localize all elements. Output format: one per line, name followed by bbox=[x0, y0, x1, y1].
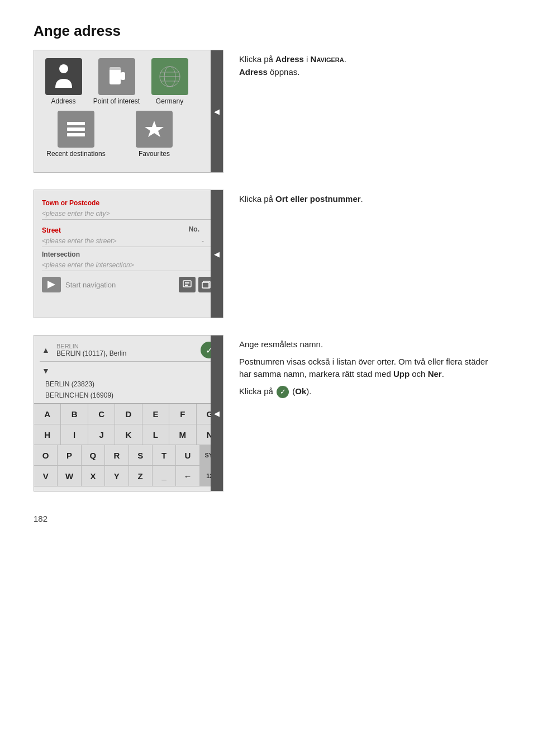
desc3-line1: Ange resmålets namn. bbox=[239, 338, 499, 351]
key-P[interactable]: P bbox=[58, 445, 81, 465]
svg-point-0 bbox=[59, 64, 68, 73]
nav-menu: Address Point of interest bbox=[34, 50, 223, 111]
address-form-block: Town or Postcode <please enter the city>… bbox=[34, 190, 223, 318]
poi-icon bbox=[98, 58, 135, 95]
key-T[interactable]: T bbox=[153, 445, 176, 465]
nav-item-address[interactable]: Address bbox=[40, 58, 87, 105]
city-other-2[interactable]: BERLINCHEN (16909) bbox=[40, 390, 217, 401]
svg-rect-2 bbox=[121, 72, 125, 80]
down-arrow[interactable]: ▼ bbox=[40, 365, 52, 377]
key-J[interactable]: J bbox=[88, 424, 115, 445]
town-input-row[interactable]: <please enter the city> bbox=[42, 208, 215, 220]
key-I[interactable]: I bbox=[61, 424, 88, 445]
start-nav-btn[interactable] bbox=[42, 277, 61, 292]
key-W[interactable]: W bbox=[58, 466, 81, 486]
key-D[interactable]: D bbox=[115, 404, 142, 424]
row-3: ▲ BERLIN BERLIN (10117), Berlin ✓ ▼ bbox=[34, 335, 499, 492]
up-arrow[interactable]: ▲ bbox=[40, 344, 52, 356]
city-row-selected[interactable]: ▲ BERLIN BERLIN (10117), Berlin ✓ bbox=[40, 340, 217, 360]
desc1-bold: Adress bbox=[275, 54, 304, 64]
svg-rect-11 bbox=[67, 133, 85, 136]
city-row-down[interactable]: ▼ bbox=[40, 363, 217, 379]
navigate-menu-block: Address Point of interest bbox=[34, 50, 223, 173]
page-title: Ange adress bbox=[34, 22, 499, 40]
key-E[interactable]: E bbox=[142, 404, 169, 424]
recent-icon bbox=[58, 111, 94, 148]
no-label: No. bbox=[189, 225, 199, 233]
city-other-1[interactable]: BERLIN (23823) bbox=[40, 379, 217, 390]
nav-item-germany[interactable]: Germany bbox=[146, 58, 193, 105]
key-X[interactable]: X bbox=[82, 466, 105, 486]
desc1-text: Klicka på Adress i Navigera. Adress öppn… bbox=[239, 53, 499, 78]
key-Q[interactable]: Q bbox=[82, 445, 105, 465]
key-S[interactable]: S bbox=[129, 445, 153, 465]
town-label: Town or Postcode bbox=[42, 199, 215, 207]
key-U[interactable]: U bbox=[176, 445, 199, 465]
key-R[interactable]: R bbox=[105, 445, 129, 465]
svg-rect-1 bbox=[110, 69, 121, 84]
key-F[interactable]: F bbox=[169, 404, 196, 424]
selected-city-name: BERLIN (10117), bbox=[56, 349, 107, 357]
key-O[interactable]: O bbox=[34, 445, 58, 465]
nav-item-poi[interactable]: Point of interest bbox=[93, 58, 140, 105]
street-label: Street bbox=[42, 226, 189, 234]
favourites-icon bbox=[136, 111, 173, 148]
key-K[interactable]: K bbox=[115, 424, 142, 445]
key-backspace[interactable]: ← bbox=[176, 466, 199, 486]
desc3-ok: Klicka på ✓ (Ok). bbox=[239, 385, 499, 398]
svg-marker-13 bbox=[47, 281, 55, 289]
kb-row-2: H I J K L M N bbox=[34, 424, 223, 445]
description-1: Klicka på Adress i Navigera. Adress öppn… bbox=[239, 50, 499, 78]
description-3: Ange resmålets namn. Postnumren visas oc… bbox=[239, 335, 499, 398]
start-nav-label: Start navigation bbox=[65, 281, 174, 289]
key-H[interactable]: H bbox=[34, 424, 61, 445]
form-bottom-row: Start navigation bbox=[42, 277, 215, 292]
key-Y[interactable]: Y bbox=[105, 466, 129, 486]
address-icon bbox=[45, 58, 82, 95]
key-V[interactable]: V bbox=[34, 466, 58, 486]
ok-icon: ✓ bbox=[277, 386, 289, 398]
key-M[interactable]: M bbox=[169, 424, 196, 445]
desc2-text: Klicka på Ort eller postnummer. bbox=[239, 193, 499, 206]
description-2: Klicka på Ort eller postnummer. bbox=[239, 190, 499, 206]
svg-rect-14 bbox=[183, 281, 191, 287]
desc1-nav: Navigera bbox=[311, 54, 344, 64]
street-input-row[interactable]: <please enter the street> - bbox=[42, 235, 215, 247]
key-B[interactable]: B bbox=[61, 404, 88, 424]
key-L[interactable]: L bbox=[142, 424, 169, 445]
city-list: ▲ BERLIN BERLIN (10117), Berlin ✓ ▼ bbox=[34, 336, 223, 403]
arrow-button-2[interactable] bbox=[211, 190, 223, 318]
key-A[interactable]: A bbox=[34, 404, 61, 424]
key-underscore[interactable]: _ bbox=[153, 466, 176, 486]
kb-row-1: A B C D E F G bbox=[34, 404, 223, 424]
kb-row-4: V W X Y Z _ ← 123 bbox=[34, 466, 223, 486]
city-picker-block: ▲ BERLIN BERLIN (10117), Berlin ✓ ▼ bbox=[34, 335, 223, 492]
town-placeholder: <please enter the city> bbox=[42, 210, 215, 218]
page-number: 182 bbox=[34, 514, 499, 523]
selected-city-sub: Berlin bbox=[110, 349, 127, 357]
intersection-placeholder: <please enter the intersection> bbox=[42, 261, 215, 269]
intersection-label: Intersection bbox=[42, 251, 215, 258]
key-Z[interactable]: Z bbox=[129, 466, 153, 486]
form-icon-btns bbox=[179, 277, 215, 292]
content-area: Address Point of interest bbox=[34, 50, 499, 492]
row-2: Town or Postcode <please enter the city>… bbox=[34, 190, 499, 318]
key-C[interactable]: C bbox=[88, 404, 115, 424]
svg-rect-18 bbox=[202, 282, 209, 288]
arrow-button-1[interactable] bbox=[211, 50, 223, 172]
desc3-ner: Ner bbox=[428, 369, 442, 379]
svg-marker-12 bbox=[145, 121, 164, 137]
divider-1 bbox=[40, 361, 217, 362]
city-picker: ▲ BERLIN BERLIN (10117), Berlin ✓ ▼ bbox=[34, 336, 223, 491]
nav-item-recent[interactable]: Recent destinations bbox=[40, 111, 112, 158]
kb-row-3: O P Q R S T U SYM bbox=[34, 445, 223, 466]
svg-rect-16 bbox=[185, 285, 188, 286]
arrow-button-3[interactable] bbox=[211, 336, 223, 491]
form-icon-btn-1[interactable] bbox=[179, 277, 196, 292]
nav-item-favourites[interactable]: Favourites bbox=[118, 111, 191, 158]
street-placeholder: <please enter the street> bbox=[42, 237, 197, 245]
intersection-input-row[interactable]: <please enter the intersection> bbox=[42, 259, 215, 271]
keyboard: A B C D E F G H I J K L bbox=[34, 403, 223, 486]
selected-city-text: BERLIN BERLIN (10117), Berlin bbox=[56, 343, 196, 357]
address-form: Town or Postcode <please enter the city>… bbox=[34, 190, 223, 297]
